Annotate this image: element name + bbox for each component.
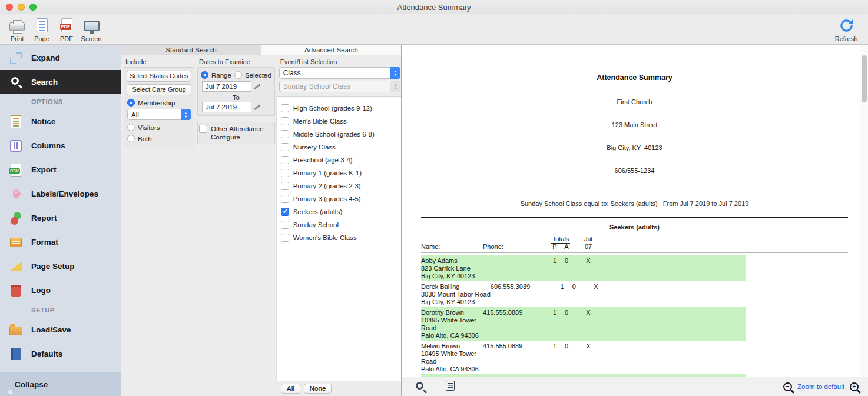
select-none-button[interactable]: None	[304, 384, 332, 394]
sidebar-collapse-button[interactable]: Collapse	[0, 372, 121, 396]
present-count: 1	[549, 257, 561, 265]
zoom-to-default-button[interactable]: Zoom to default	[797, 383, 844, 390]
table-rows: Abby Adams 823 Carrick Lane Big City, KY…	[421, 255, 856, 377]
configure-link[interactable]: Configure	[211, 133, 264, 141]
sidebar-item-logo[interactable]: Logo	[0, 278, 121, 302]
other-attendance-checkbox[interactable]	[199, 125, 207, 133]
both-radio[interactable]	[127, 135, 135, 142]
class-row-middle-school[interactable]: Middle School (grades 6-8)	[281, 128, 401, 141]
chevron-updown-icon	[390, 67, 400, 79]
checkbox-icon[interactable]	[281, 234, 289, 242]
zoom-in-icon[interactable]	[850, 382, 859, 391]
totals-header: Totals	[551, 235, 571, 244]
class-row-preschool[interactable]: Preschool (age 3-4)	[281, 154, 401, 167]
sidebar-item-format[interactable]: Format	[0, 230, 121, 254]
labels-icon	[8, 186, 24, 202]
find-icon[interactable]	[418, 381, 423, 392]
checkbox-icon[interactable]	[281, 104, 289, 112]
attendee-phone: 606.555.3039	[491, 283, 556, 291]
class-row-primary-2[interactable]: Primary 2 (grades 2-3)	[281, 179, 401, 192]
class-row-primary-3[interactable]: Primary 3 (grades 4-5)	[281, 192, 401, 205]
to-date-field: Jul 7 2019	[202, 102, 272, 112]
both-radio-row[interactable]: Both	[127, 135, 191, 142]
tab-advanced-search[interactable]: Advanced Search	[261, 45, 401, 55]
minimize-window-button[interactable]	[18, 4, 25, 11]
class-row-womens-bible[interactable]: Women's Bible Class	[281, 231, 401, 244]
visitors-radio[interactable]	[127, 124, 135, 131]
printer-icon	[9, 16, 25, 35]
select-all-button[interactable]: All	[281, 384, 300, 394]
checkbox-icon[interactable]	[281, 221, 289, 229]
checkbox-icon[interactable]	[281, 143, 289, 151]
zoom-window-button[interactable]	[29, 4, 37, 11]
include-section: Include Select Status Codes Select Care …	[121, 55, 196, 381]
date-mode-row: Range Selected	[201, 71, 271, 79]
class-label: High School (grades 9-12)	[293, 105, 372, 112]
sidebar-item-load-save[interactable]: Load/Save	[0, 318, 121, 342]
page-view-icon[interactable]	[446, 381, 455, 393]
class-label: Men's Bible Class	[293, 118, 347, 125]
page-label: Page	[34, 35, 49, 42]
sidebar-item-page-setup[interactable]: Page Setup	[0, 254, 121, 278]
date-picker-icon[interactable]	[253, 104, 261, 111]
class-row-primary-1[interactable]: Primary 1 (grades K-1)	[281, 167, 401, 179]
checkbox-icon[interactable]	[281, 182, 289, 190]
class-row-nursery[interactable]: Nursery Class	[281, 141, 401, 154]
event-type-select[interactable]: Class	[279, 67, 400, 79]
print-button[interactable]: Print	[5, 16, 29, 42]
checkbox-icon[interactable]	[281, 156, 289, 164]
scrollbar-thumb[interactable]	[862, 55, 867, 102]
report-icon	[8, 210, 24, 227]
date-picker-icon[interactable]	[253, 83, 261, 91]
select-status-codes-button[interactable]: Select Status Codes	[127, 71, 191, 82]
checkbox-icon[interactable]	[281, 117, 289, 125]
event-list-title: Event/List Selection	[280, 58, 401, 65]
checkbox-icon[interactable]	[281, 195, 289, 203]
sidebar-item-columns[interactable]: Columns	[0, 134, 121, 158]
report-header: Attendance Summary First Church 123 Main…	[421, 59, 848, 190]
sidebar-item-search[interactable]: Search	[0, 70, 121, 94]
present-count: 1	[556, 283, 568, 291]
class-row-mens-bible[interactable]: Men's Bible Class	[281, 115, 401, 128]
sidebar-item-defaults[interactable]: Defaults	[0, 342, 121, 366]
class-row-seekers[interactable]: Seekers (adults)	[281, 205, 401, 218]
class-row-high-school[interactable]: High School (grades 9-12)	[281, 102, 401, 115]
screen-button[interactable]: Screen	[79, 16, 104, 42]
select-care-group-button[interactable]: Select Care Group	[127, 84, 191, 95]
checkbox-icon[interactable]	[281, 130, 289, 138]
sidebar-item-labels-envelopes[interactable]: Labels/Envelopes	[0, 182, 121, 206]
refresh-button[interactable]: Refresh	[831, 16, 861, 42]
sidebar-item-label: Notice	[31, 117, 55, 126]
checkbox-icon[interactable]	[281, 208, 289, 216]
checkbox-icon[interactable]	[281, 169, 289, 177]
selected-radio[interactable]	[234, 71, 242, 79]
membership-radio[interactable]	[127, 99, 135, 107]
page-button[interactable]: Page	[29, 16, 54, 42]
page-icon	[37, 16, 48, 35]
class-label: Primary 3 (grades 4-5)	[293, 195, 361, 202]
class-label: Primary 1 (grades K-1)	[293, 169, 362, 177]
table-row: Abby Adams 823 Carrick Lane Big City, KY…	[421, 255, 746, 281]
membership-type-select[interactable]: All	[127, 109, 191, 120]
close-window-button[interactable]	[6, 4, 13, 11]
membership-radio-row[interactable]: Membership	[127, 99, 191, 107]
event-list-section: Event/List Selection Class Sunday School…	[276, 55, 401, 381]
sidebar-item-label: Load/Save	[31, 325, 71, 334]
visitors-radio-row[interactable]: Visitors	[127, 124, 191, 131]
sidebar-item-report[interactable]: Report	[0, 206, 121, 230]
from-date-input[interactable]: Jul 7 2019	[202, 81, 251, 92]
sidebar-item-label: Labels/Envelopes	[31, 189, 98, 198]
report-footer: Zoom to default	[402, 377, 868, 396]
range-radio[interactable]	[201, 71, 208, 79]
pdf-button[interactable]: PDF	[54, 16, 79, 42]
sidebar-item-export[interactable]: Export	[0, 158, 121, 182]
report-scrollbar[interactable]	[860, 45, 868, 377]
class-row-sunday-school[interactable]: Sunday School	[281, 218, 401, 231]
to-date-input[interactable]: Jul 7 2019	[202, 102, 251, 112]
titlebar: Attendance Summary	[0, 0, 868, 14]
sidebar-item-notice[interactable]: Notice	[0, 109, 121, 134]
tab-standard-search[interactable]: Standard Search	[121, 45, 261, 55]
attendance-mark: X	[579, 257, 597, 265]
sidebar-item-expand[interactable]: Expand	[0, 46, 121, 70]
zoom-out-icon[interactable]	[783, 382, 792, 391]
